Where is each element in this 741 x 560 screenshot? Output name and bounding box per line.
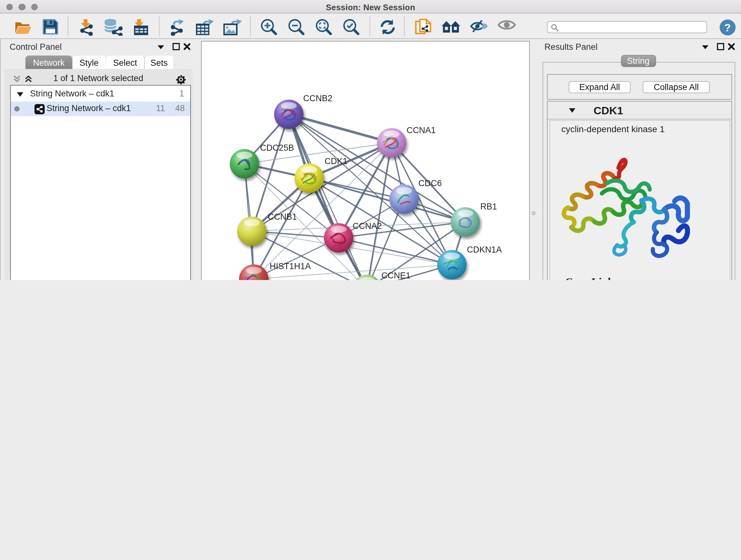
svg-text:?: ?: [724, 21, 731, 33]
svg-text:CCNE1: CCNE1: [381, 270, 410, 280]
svg-text:CDKN1A: CDKN1A: [467, 245, 502, 254]
svg-text:RB1: RB1: [480, 201, 497, 211]
svg-text:CDK1: CDK1: [324, 156, 347, 166]
svg-text:CDC25B: CDC25B: [260, 143, 294, 152]
svg-text:CCNA1: CCNA1: [406, 125, 435, 135]
svg-text:CCNB2: CCNB2: [303, 93, 332, 103]
svg-text:CDC6: CDC6: [418, 178, 442, 188]
svg-text:HIST1H1A: HIST1H1A: [269, 261, 311, 271]
svg-text:CCNA2: CCNA2: [352, 221, 382, 231]
svg-text:CCNB1: CCNB1: [267, 212, 297, 221]
